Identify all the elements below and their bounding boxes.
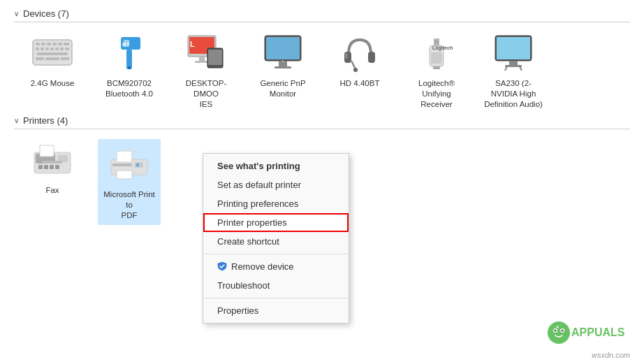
svg-text:BT: BT <box>122 41 130 48</box>
headset-icon <box>335 32 385 74</box>
svg-rect-12 <box>60 48 64 50</box>
svg-rect-14 <box>37 52 68 55</box>
svg-rect-36 <box>368 52 375 63</box>
svg-rect-7 <box>36 48 39 50</box>
wsxdn-label: wsxdn.com <box>592 351 630 359</box>
svg-rect-21 <box>128 66 131 69</box>
devices-chevron[interactable]: ∨ <box>14 10 19 17</box>
speaker-icon <box>488 32 539 74</box>
svg-rect-47 <box>497 37 530 59</box>
device-bluetooth[interactable]: BT BCM920702Bluetooth 4.0 <box>98 32 161 110</box>
svg-rect-8 <box>41 48 44 50</box>
svg-text:A: A <box>556 325 559 329</box>
device-mouse[interactable]: 2.4G Mouse <box>21 32 84 110</box>
svg-rect-39 <box>345 53 348 59</box>
svg-rect-16 <box>45 57 59 60</box>
svg-rect-17 <box>61 57 69 60</box>
svg-rect-9 <box>45 48 49 50</box>
context-menu-properties[interactable]: Properties <box>203 301 349 320</box>
printers-chevron[interactable]: ∨ <box>14 117 19 124</box>
context-menu-set-default[interactable]: Set as default printer <box>203 175 349 194</box>
svg-rect-33 <box>275 66 291 68</box>
bluetooth-icon: BT <box>104 32 154 74</box>
device-monitor[interactable]: Generic PnPMonitor <box>251 32 314 110</box>
context-menu-see-whats-printing[interactable]: See what's printing <box>203 157 349 175</box>
watermark: A APPUALS <box>546 319 630 349</box>
device-pdf[interactable]: Microsoft Print toPDF <box>98 139 161 225</box>
logitech-icon: Logitech <box>411 32 462 74</box>
svg-rect-13 <box>65 48 69 50</box>
context-menu-printer-properties[interactable]: Printer properties <box>203 213 349 232</box>
monitor-icon <box>258 32 308 74</box>
device-bluetooth-label: BCM920702Bluetooth 4.0 <box>105 78 153 99</box>
printers-section-header: ∨ Printers (4) <box>14 115 630 129</box>
svg-point-38 <box>353 68 358 72</box>
devices-section-header: ∨ Devices (7) <box>14 8 630 22</box>
svg-rect-55 <box>40 145 54 157</box>
mouse-icon <box>27 32 78 74</box>
shield-icon <box>217 261 227 271</box>
device-speaker[interactable]: SA230 (2-NVIDIA HighDefinition Audio) <box>482 32 545 110</box>
svg-rect-2 <box>41 43 45 45</box>
svg-rect-56 <box>43 161 62 164</box>
svg-rect-3 <box>47 43 51 45</box>
svg-rect-41 <box>431 52 442 64</box>
svg-point-70 <box>555 330 557 332</box>
main-container: ∨ Devices (7) <box>0 0 644 362</box>
context-menu-printing-prefs[interactable]: Printing preferences <box>203 194 349 213</box>
printers-section: ∨ Printers (4) <box>14 115 630 225</box>
svg-rect-25 <box>199 57 205 61</box>
context-menu-separator-2 <box>203 298 349 298</box>
context-menu-troubleshoot[interactable]: Troubleshoot <box>203 276 349 295</box>
device-fax[interactable]: Fax <box>21 139 84 225</box>
svg-rect-60 <box>55 165 59 169</box>
svg-point-71 <box>562 330 564 332</box>
device-speaker-label: SA230 (2-NVIDIA HighDefinition Audio) <box>484 78 543 110</box>
printers-section-title: Printers (4) <box>23 115 68 126</box>
svg-rect-57 <box>38 165 43 169</box>
svg-rect-4 <box>52 43 57 45</box>
svg-point-34 <box>282 60 284 62</box>
device-headset-label: HD 4.40BT <box>340 78 380 89</box>
context-menu-remove-device[interactable]: Remove device <box>203 257 349 276</box>
device-fax-label: Fax <box>45 185 59 196</box>
svg-rect-5 <box>58 43 62 45</box>
desktop-icon: L <box>181 32 231 74</box>
svg-rect-15 <box>36 57 44 60</box>
svg-rect-6 <box>64 43 69 45</box>
devices-grid: 2.4G Mouse BT BCM920702Bluetooth 4.0 <box>14 32 630 110</box>
device-desktop-label: DESKTOP-DMOOIES <box>175 78 237 110</box>
device-mouse-label: 2.4G Mouse <box>31 78 75 89</box>
svg-rect-59 <box>50 165 54 169</box>
svg-text:APPUALS: APPUALS <box>571 326 625 338</box>
svg-rect-1 <box>36 43 40 45</box>
context-menu: See what's printing Set as default print… <box>203 153 349 324</box>
svg-rect-58 <box>44 165 48 169</box>
svg-rect-48 <box>509 61 518 65</box>
svg-rect-26 <box>195 61 209 63</box>
device-pdf-label: Microsoft Print toPDF <box>102 189 156 221</box>
devices-section-title: Devices (7) <box>23 8 69 19</box>
pdf-icon <box>104 143 154 185</box>
context-menu-separator-1 <box>203 254 349 254</box>
svg-rect-31 <box>266 37 300 59</box>
svg-rect-45 <box>434 40 439 44</box>
svg-rect-62 <box>117 151 132 162</box>
svg-rect-11 <box>55 48 59 50</box>
context-menu-create-shortcut[interactable]: Create shortcut <box>203 232 349 251</box>
printers-grid: Fax <box>14 139 630 225</box>
svg-rect-28 <box>208 50 222 65</box>
device-logitech[interactable]: Logitech Logitech®Unifying Receiver <box>405 32 468 110</box>
svg-rect-20 <box>126 50 132 69</box>
fax-icon <box>27 139 78 181</box>
svg-point-65 <box>136 163 140 166</box>
device-headset[interactable]: HD 4.40BT <box>328 32 391 110</box>
device-logitech-label: Logitech®Unifying Receiver <box>405 78 468 110</box>
svg-rect-63 <box>117 171 132 179</box>
device-desktop[interactable]: L DESKTOP-DMOOIES <box>175 32 237 110</box>
svg-rect-10 <box>50 48 54 50</box>
svg-rect-43 <box>433 66 440 69</box>
svg-rect-66 <box>112 164 132 166</box>
device-monitor-label: Generic PnPMonitor <box>260 78 305 99</box>
svg-text:L: L <box>190 40 195 48</box>
